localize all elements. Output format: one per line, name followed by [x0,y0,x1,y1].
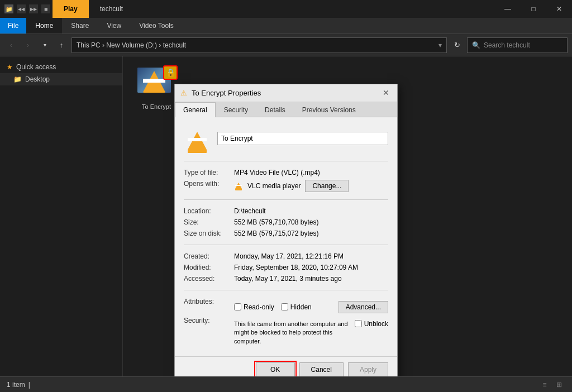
vlc-stripe [143,79,165,83]
opens-app-name: VLC media player [247,182,301,190]
title-bar-left: 📁 ◀◀ ▶▶ ◼ Play techcult [0,0,132,18]
tab-label: Play [64,5,78,13]
location-label: Location: [184,205,234,217]
filename-input[interactable] [217,132,388,145]
accessed-value: Today, May 17, 2021, 3 minutes ago [234,273,388,284]
prop-size-disk-row: Size on disk: 552 MB (579,715,072 bytes) [184,228,388,239]
readonly-checkbox-label[interactable]: Read-only [234,303,274,311]
dialog-title-text: To Encrypt Properties [192,89,261,97]
tb-icon1[interactable]: ◀◀ [17,4,26,13]
hidden-label: Hidden [290,303,312,311]
large-icons-button[interactable]: ⊞ [553,379,565,391]
tab-home[interactable]: Home [26,18,62,34]
vlc-cone-thumb [143,71,165,92]
search-placeholder: Search techcult [484,41,530,49]
dialog-title-left: ⚠ To Encrypt Properties [180,89,261,97]
system-icon: 📁 [4,4,13,13]
opens-value: VLC media player Change... [234,178,388,194]
file-info-row [184,126,388,153]
file-big-icon [184,126,211,153]
ok-button[interactable]: OK [256,362,295,377]
tb-icon3[interactable]: ◼ [41,4,50,13]
status-bar: 1 item | ≡ ⊞ [0,376,572,392]
dates-table: Created: Monday, May 17, 2021, 12:21:16 … [184,251,388,284]
main-area: ★ Quick access 📁 Desktop [0,56,572,377]
active-tab[interactable]: Play [53,0,89,18]
prop-type-row: Type of file: MP4 Video File (VLC) (.mp4… [184,167,388,178]
back-button: ‹ [4,39,18,52]
type-label: Type of file: [184,167,234,178]
recent-button[interactable]: ▾ [38,39,51,52]
sidebar-label-desktop: Desktop [25,75,50,83]
size-label: Size: [184,217,234,228]
file-item[interactable]: 🔒 To Encrypt [134,68,179,110]
tab-details[interactable]: Details [256,102,294,117]
prop-accessed-row: Accessed: Today, May 17, 2021, 3 minutes… [184,273,388,284]
prop-security-row: Security: This file came from another co… [184,315,388,347]
readonly-checkbox[interactable] [234,303,241,310]
change-button[interactable]: Change... [305,180,349,192]
divider-3 [184,245,388,245]
divider-2 [184,199,388,200]
created-label: Created: [184,251,234,262]
tab-general[interactable]: General [175,102,216,117]
tab-share[interactable]: Share [62,18,98,34]
opens-with-row: VLC media player Change... [234,180,388,192]
window-icons: 📁 ◀◀ ▶▶ ◼ [4,4,50,13]
security-row: This file came from another computer and… [234,320,388,346]
refresh-button[interactable]: ↻ [450,39,464,52]
file-label: To Encrypt [142,103,171,110]
prop-modified-row: Modified: Friday, September 18, 2020, 10… [184,262,388,273]
hidden-checkbox-label[interactable]: Hidden [281,303,312,311]
tab-file[interactable]: File [0,18,26,34]
hidden-checkbox[interactable] [281,303,288,310]
created-value: Monday, May 17, 2021, 12:21:16 PM [234,251,388,262]
accessed-label: Accessed: [184,273,234,284]
maximize-button[interactable]: □ [521,0,546,18]
ribbon: File Home Share View Video Tools [0,18,572,34]
divider-1 [184,161,388,161]
window-controls: — □ ✕ [495,0,572,18]
unblock-label[interactable]: Unblock [355,320,388,328]
unblock-checkbox[interactable] [355,320,362,327]
attributes-label: Attributes: [184,296,234,315]
view-controls: ≡ ⊞ [538,379,565,391]
properties-dialog[interactable]: ⚠ To Encrypt Properties ✕ General Securi… [174,84,398,383]
sidebar-item-quick-access[interactable]: ★ Quick access [0,61,122,73]
properties-table: Type of file: MP4 Video File (VLC) (.mp4… [184,167,388,194]
size-value: 552 MB (579,710,708 bytes) [234,217,388,228]
dialog-body: Type of file: MP4 Video File (VLC) (.mp4… [175,117,397,356]
prop-created-row: Created: Monday, May 17, 2021, 12:21:16 … [184,251,388,262]
dialog-close-button[interactable]: ✕ [380,87,392,98]
search-bar[interactable]: 🔍 Search techcult [467,37,568,53]
breadcrumb-text: This PC › New Volume (D:) › techcult [77,41,186,49]
tb-icon2[interactable]: ▶▶ [29,4,38,13]
details-view-button[interactable]: ≡ [538,379,551,391]
tab-view[interactable]: View [98,18,130,34]
forward-button: › [21,39,35,52]
tab-security[interactable]: Security [216,102,256,117]
sidebar-label-quick-access: Quick access [16,63,56,71]
modified-value: Friday, September 18, 2020, 10:27:09 AM [234,262,388,273]
readonly-label: Read-only [244,303,274,311]
breadcrumb[interactable]: This PC › New Volume (D:) › techcult ▾ [72,37,447,53]
ribbon-tabs: File Home Share View Video Tools [0,18,572,34]
security-label: Security: [184,315,234,347]
attributes-row: Read-only Hidden Advanced... [234,301,388,313]
folder-icon: 📁 [13,75,22,83]
apply-button[interactable]: Apply [348,362,388,377]
breadcrumb-dropdown[interactable]: ▾ [438,41,442,49]
minimize-button[interactable]: — [495,0,521,18]
tab-previous-versions[interactable]: Previous Versions [294,102,364,117]
sidebar-item-desktop[interactable]: 📁 Desktop [0,73,122,85]
advanced-button[interactable]: Advanced... [339,301,388,313]
up-button[interactable]: ↑ [55,39,68,52]
app-title: techcult [91,5,132,13]
cancel-button[interactable]: Cancel [299,362,344,377]
prop-size-row: Size: 552 MB (579,710,708 bytes) [184,217,388,228]
title-bar: 📁 ◀◀ ▶▶ ◼ Play techcult — □ ✕ [0,0,572,18]
location-value: D:\techcult [234,205,388,217]
tab-video-tools[interactable]: Video Tools [130,18,183,34]
file-thumbnail: 🔒 [137,68,175,101]
close-button[interactable]: ✕ [546,0,572,18]
